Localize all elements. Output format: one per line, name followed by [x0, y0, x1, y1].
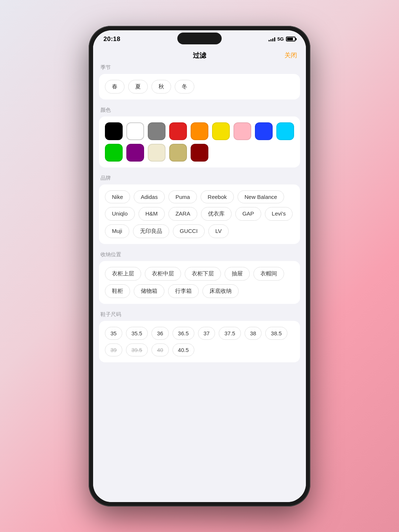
shoe-size-chip[interactable]: 40.5	[173, 343, 194, 356]
season-section: 季节 春夏秋冬	[99, 64, 300, 99]
battery-fill	[287, 38, 293, 40]
shoe-size-card: 3535.53636.53737.53838.53939.54040.5	[99, 321, 300, 362]
shoe-size-chip[interactable]: 39.5	[126, 343, 148, 356]
brand-tag[interactable]: Muji	[105, 224, 129, 238]
season-label: 季节	[99, 64, 300, 71]
brand-section: 品牌 NikeAdidasPumaReebokNew BalanceUniqlo…	[99, 175, 300, 244]
color-swatch[interactable]	[105, 122, 123, 140]
season-card: 春夏秋冬	[99, 74, 300, 99]
brand-tag[interactable]: GUCCI	[173, 224, 205, 238]
shoe-size-chip[interactable]: 40	[151, 343, 169, 356]
color-swatch[interactable]	[105, 144, 123, 162]
storage-tag[interactable]: 衣帽间	[253, 267, 284, 281]
season-tag[interactable]: 冬	[175, 80, 194, 94]
color-swatch[interactable]	[148, 144, 166, 162]
color-swatches	[105, 122, 294, 162]
shoe-size-chip[interactable]: 38.5	[265, 327, 287, 340]
status-icons: 5G	[269, 36, 296, 42]
color-swatch[interactable]	[191, 122, 208, 140]
brand-tag[interactable]: H&M	[139, 207, 165, 221]
season-tag[interactable]: 夏	[128, 80, 148, 94]
brand-label: 品牌	[99, 175, 300, 182]
storage-tag[interactable]: 衣柜中层	[145, 267, 181, 281]
phone-frame: 20:18 5G 过滤 关闭 季节	[89, 26, 310, 506]
storage-tag[interactable]: 储物箱	[134, 284, 164, 298]
color-swatch[interactable]	[276, 122, 294, 140]
storage-tag[interactable]: 衣柜上层	[105, 267, 141, 281]
storage-tag[interactable]: 抽屉	[225, 267, 250, 281]
brand-tags: NikeAdidasPumaReebokNew BalanceUniqloH&M…	[105, 190, 294, 238]
storage-tags: 衣柜上层衣柜中层衣柜下层抽屉衣帽间鞋柜储物箱行李箱床底收纳	[105, 267, 294, 298]
color-swatch[interactable]	[148, 122, 166, 140]
shoe-size-chips: 3535.53636.53737.53838.53939.54040.5	[105, 327, 294, 356]
dynamic-island	[177, 33, 222, 44]
shoe-size-label: 鞋子尺码	[99, 311, 300, 318]
color-swatch[interactable]	[169, 122, 187, 140]
shoe-size-chip[interactable]: 35.5	[126, 327, 148, 340]
color-swatch[interactable]	[169, 144, 187, 162]
color-swatch[interactable]	[126, 122, 144, 140]
season-tag[interactable]: 春	[105, 80, 125, 94]
storage-tag[interactable]: 床底收纳	[202, 284, 239, 298]
brand-tag[interactable]: Nike	[105, 190, 130, 203]
storage-tag[interactable]: 鞋柜	[105, 284, 130, 298]
close-button[interactable]: 关闭	[284, 51, 297, 60]
status-time: 20:18	[103, 35, 120, 43]
storage-label: 收纳位置	[99, 251, 300, 258]
shoe-size-chip[interactable]: 35	[105, 327, 122, 340]
storage-tag[interactable]: 行李箱	[168, 284, 199, 298]
phone-screen: 20:18 5G 过滤 关闭 季节	[93, 30, 306, 502]
season-tags: 春夏秋冬	[105, 80, 294, 94]
brand-tag[interactable]: Adidas	[134, 190, 165, 203]
shoe-size-chip[interactable]: 36	[151, 327, 169, 340]
color-swatch[interactable]	[233, 122, 251, 140]
color-label: 颜色	[99, 107, 300, 113]
storage-tag[interactable]: 衣柜下层	[185, 267, 221, 281]
signal-bars-icon	[269, 37, 275, 41]
content-area[interactable]: 过滤 关闭 季节 春夏秋冬 颜色	[93, 45, 306, 502]
brand-tag[interactable]: Puma	[168, 190, 197, 203]
color-swatch[interactable]	[212, 122, 230, 140]
brand-tag[interactable]: ZARA	[168, 207, 197, 221]
brand-tag[interactable]: LV	[208, 224, 229, 238]
brand-tag[interactable]: Levi's	[265, 207, 293, 221]
storage-card: 衣柜上层衣柜中层衣柜下层抽屉衣帽间鞋柜储物箱行李箱床底收纳	[99, 261, 300, 304]
network-type: 5G	[277, 36, 284, 42]
brand-tag[interactable]: 优衣库	[201, 207, 232, 221]
storage-section: 收纳位置 衣柜上层衣柜中层衣柜下层抽屉衣帽间鞋柜储物箱行李箱床底收纳	[99, 251, 300, 304]
brand-card: NikeAdidasPumaReebokNew BalanceUniqloH&M…	[99, 184, 300, 244]
shoe-size-chip[interactable]: 37	[198, 327, 215, 340]
header: 过滤 关闭	[93, 45, 306, 64]
brand-tag[interactable]: Uniqlo	[105, 207, 135, 221]
shoe-size-section: 鞋子尺码 3535.53636.53737.53838.53939.54040.…	[99, 311, 300, 362]
color-swatch[interactable]	[191, 144, 208, 162]
season-tag[interactable]: 秋	[151, 80, 171, 94]
shoe-size-chip[interactable]: 36.5	[173, 327, 194, 340]
page-title: 过滤	[193, 51, 206, 60]
brand-tag[interactable]: 无印良品	[133, 224, 169, 238]
color-section: 颜色	[99, 107, 300, 167]
shoe-size-chip[interactable]: 38	[245, 327, 262, 340]
battery-icon	[286, 37, 296, 41]
brand-tag[interactable]: New Balance	[238, 190, 284, 203]
color-swatch[interactable]	[126, 144, 144, 162]
shoe-size-chip[interactable]: 39	[105, 343, 122, 356]
brand-tag[interactable]: GAP	[235, 207, 261, 221]
brand-tag[interactable]: Reebok	[201, 190, 234, 203]
color-card	[99, 116, 300, 167]
shoe-size-chip[interactable]: 37.5	[219, 327, 241, 340]
color-swatch[interactable]	[255, 122, 273, 140]
